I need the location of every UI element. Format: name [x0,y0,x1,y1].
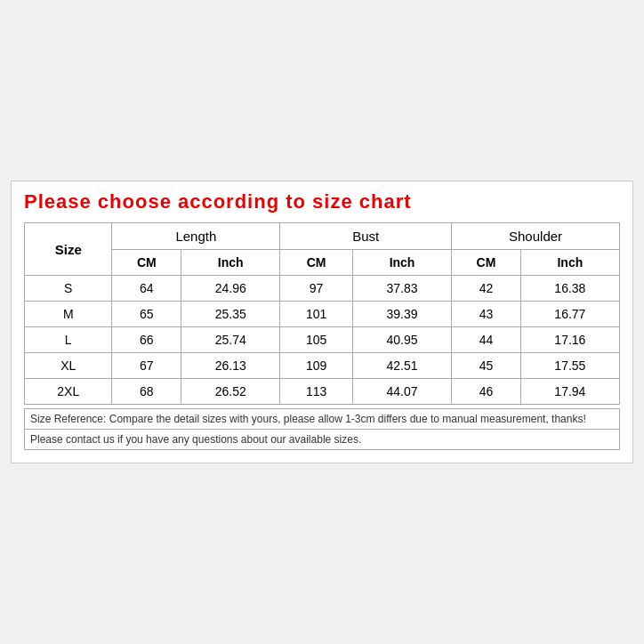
row-2-cell-5: 44 [452,327,521,353]
row-1-cell-1: 65 [112,302,181,327]
row-1-cell-2: 25.35 [181,302,280,327]
size-header: Size [25,223,112,276]
shoulder-header: Shoulder [452,223,620,250]
row-3-cell-6: 17.55 [520,353,619,379]
row-0-cell-2: 24.96 [181,276,280,302]
bust-header: Bust [280,223,452,250]
table-row: S6424.969737.834216.38 [25,276,620,302]
table-row: L6625.7410540.954417.16 [25,327,620,353]
row-1-cell-4: 39.39 [352,302,451,327]
row-1-cell-5: 43 [452,302,521,327]
row-2-cell-1: 66 [112,327,181,353]
length-cm-header: CM [112,250,181,276]
row-4-cell-0: 2XL [25,379,112,405]
row-4-cell-5: 46 [452,379,521,405]
row-2-cell-6: 17.16 [520,327,619,353]
row-0-cell-0: S [25,276,112,302]
chart-title: Please choose according to size chart [24,190,620,213]
row-1-cell-3: 101 [280,302,353,327]
table-row: M6525.3510139.394316.77 [25,302,620,327]
row-3-cell-5: 45 [452,353,521,379]
note1: Size Reference: Compare the detail sizes… [24,408,620,430]
length-header: Length [112,223,280,250]
size-chart-container: Please choose according to size chart Si… [11,181,633,463]
row-2-cell-0: L [25,327,112,353]
shoulder-cm-header: CM [452,250,521,276]
row-4-cell-3: 113 [280,379,353,405]
row-4-cell-2: 26.52 [181,379,280,405]
row-0-cell-5: 42 [452,276,521,302]
row-4-cell-4: 44.07 [352,379,451,405]
row-0-cell-1: 64 [112,276,181,302]
table-row: 2XL6826.5211344.074617.94 [25,379,620,405]
size-table: Size Length Bust Shoulder CM Inch CM Inc… [24,222,620,405]
row-1-cell-0: M [25,302,112,327]
row-2-cell-3: 105 [280,327,353,353]
row-0-cell-6: 16.38 [520,276,619,302]
shoulder-inch-header: Inch [520,250,619,276]
row-3-cell-3: 109 [280,353,353,379]
row-1-cell-6: 16.77 [520,302,619,327]
row-3-cell-1: 67 [112,353,181,379]
row-4-cell-6: 17.94 [520,379,619,405]
row-0-cell-4: 37.83 [352,276,451,302]
row-0-cell-3: 97 [280,276,353,302]
length-inch-header: Inch [181,250,280,276]
row-3-cell-2: 26.13 [181,353,280,379]
bust-inch-header: Inch [352,250,451,276]
row-2-cell-2: 25.74 [181,327,280,353]
row-3-cell-4: 42.51 [352,353,451,379]
table-row: XL6726.1310942.514517.55 [25,353,620,379]
note2: Please contact us if you have any questi… [24,430,620,450]
row-4-cell-1: 68 [112,379,181,405]
row-3-cell-0: XL [25,353,112,379]
bust-cm-header: CM [280,250,353,276]
row-2-cell-4: 40.95 [352,327,451,353]
